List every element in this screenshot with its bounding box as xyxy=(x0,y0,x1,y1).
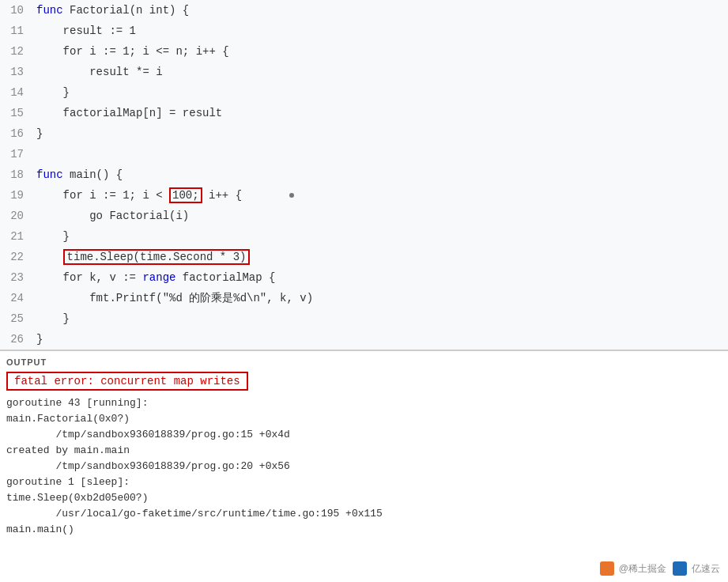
code-token: } xyxy=(63,86,70,99)
code-token: go Factorial(i) xyxy=(89,210,189,222)
keyword-token: func xyxy=(36,168,70,181)
highlighted-number: 100; xyxy=(169,187,202,203)
code-token: } xyxy=(63,230,70,243)
code-line: 21 } xyxy=(0,226,728,247)
watermark-yisuyun: 亿速云 xyxy=(673,561,720,576)
line-number: 12 xyxy=(0,41,33,62)
code-token: i++ { xyxy=(202,189,242,202)
code-line: 14 } xyxy=(0,82,728,103)
code-line: 16} xyxy=(0,123,728,144)
watermark-area: @稀土掘金 亿速云 xyxy=(600,561,720,576)
line-number: 11 xyxy=(0,21,33,41)
highlighted-code: time.Sleep(time.Second * 3) xyxy=(63,249,251,265)
output-line: main.Factorial(0x0?) xyxy=(0,411,728,427)
code-token: result *= i xyxy=(89,66,162,78)
code-line: 15 factorialMap[n] = result xyxy=(0,103,728,123)
code-token: factorialMap[n] = result xyxy=(63,107,223,119)
code-line: 22 time.Sleep(time.Second * 3) xyxy=(0,247,728,267)
line-number: 18 xyxy=(0,164,33,185)
code-token: for i := 1; i <= n; i++ { xyxy=(63,45,229,58)
output-line: main.main() xyxy=(0,522,728,538)
code-token: for k, v := xyxy=(63,271,143,284)
output-lines: goroutine 43 [running]:main.Factorial(0x… xyxy=(0,395,728,538)
line-number: 26 xyxy=(0,329,33,350)
breakpoint-dot xyxy=(289,193,294,198)
code-token: for i := 1; i < xyxy=(63,189,169,202)
code-token: fmt.Printf("%d 的阶乘是%d\n", k, v) xyxy=(89,292,313,304)
output-label: OUTPUT xyxy=(0,356,728,370)
line-number: 25 xyxy=(0,308,33,329)
code-token: Factorial(n int) { xyxy=(70,4,189,17)
line-content: func Factorial(n int) { xyxy=(33,0,189,21)
keyword-token: func xyxy=(36,4,70,17)
line-number: 14 xyxy=(0,82,33,103)
code-line: 24 fmt.Printf("%d 的阶乘是%d\n", k, v) xyxy=(0,288,728,308)
line-content: func main() { xyxy=(33,164,123,185)
line-content: } xyxy=(33,82,70,103)
line-content: for k, v := range factorialMap { xyxy=(33,267,275,288)
line-content: time.Sleep(time.Second * 3) xyxy=(33,247,250,267)
line-number: 24 xyxy=(0,288,33,308)
line-number: 17 xyxy=(0,144,33,164)
code-line: 18func main() { xyxy=(0,164,728,185)
code-line: 26} xyxy=(0,329,728,350)
line-content: go Factorial(i) xyxy=(33,206,189,226)
line-content: } xyxy=(33,308,70,329)
code-token: } xyxy=(36,127,43,140)
code-editor: 10func Factorial(n int) {11 result := 11… xyxy=(0,0,728,351)
code-line: 10func Factorial(n int) { xyxy=(0,0,728,21)
code-line: 11 result := 1 xyxy=(0,21,728,41)
line-number: 10 xyxy=(0,0,33,21)
code-line: 13 result *= i xyxy=(0,62,728,82)
code-line: 12 for i := 1; i <= n; i++ { xyxy=(0,41,728,62)
code-token: main() { xyxy=(70,168,123,181)
line-content: for i := 1; i <= n; i++ { xyxy=(33,41,229,62)
line-content: result *= i xyxy=(33,62,163,82)
error-message: fatal error: concurrent map writes xyxy=(6,372,248,391)
line-content: } xyxy=(33,123,43,144)
line-content: } xyxy=(33,226,70,247)
output-line: /tmp/sandbox936018839/prog.go:15 +0x4d xyxy=(0,427,728,443)
code-line: 25 } xyxy=(0,308,728,329)
code-token: factorialMap { xyxy=(175,271,275,284)
code-token: } xyxy=(63,312,70,325)
line-number: 19 xyxy=(0,185,33,206)
output-line: /usr/local/go-faketime/src/runtime/time.… xyxy=(0,506,728,522)
line-number: 23 xyxy=(0,267,33,288)
line-number: 13 xyxy=(0,62,33,82)
output-line: time.Sleep(0xb2d05e00?) xyxy=(0,490,728,506)
code-line: 20 go Factorial(i) xyxy=(0,206,728,226)
code-token: result := 1 xyxy=(63,25,136,37)
code-line: 19 for i := 1; i < 100; i++ { xyxy=(0,185,728,206)
watermark-juejin: @稀土掘金 xyxy=(600,561,666,576)
code-token: } xyxy=(36,333,43,346)
code-line: 23 for k, v := range factorialMap { xyxy=(0,267,728,288)
line-number: 15 xyxy=(0,103,33,123)
output-line: goroutine 43 [running]: xyxy=(0,395,728,411)
line-content: } xyxy=(33,329,43,350)
output-line: /tmp/sandbox936018839/prog.go:20 +0x56 xyxy=(0,459,728,474)
output-line: goroutine 1 [sleep]: xyxy=(0,474,728,490)
line-content: factorialMap[n] = result xyxy=(33,103,222,123)
keyword-token: range xyxy=(142,271,175,284)
line-number: 16 xyxy=(0,123,33,144)
line-number: 20 xyxy=(0,206,33,226)
line-content: for i := 1; i < 100; i++ { xyxy=(33,185,294,206)
output-area: OUTPUT fatal error: concurrent map write… xyxy=(0,351,728,538)
line-number: 22 xyxy=(0,247,33,267)
line-content: result := 1 xyxy=(33,21,136,41)
code-line: 17 xyxy=(0,144,728,164)
output-line: created by main.main xyxy=(0,443,728,459)
line-content: fmt.Printf("%d 的阶乘是%d\n", k, v) xyxy=(33,288,313,308)
line-number: 21 xyxy=(0,226,33,247)
